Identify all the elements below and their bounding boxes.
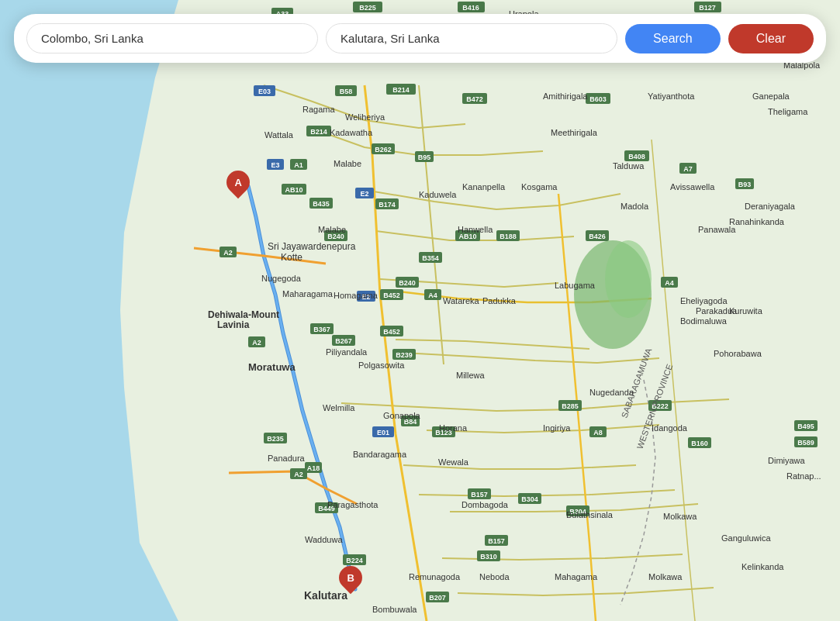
svg-text:B452: B452: [383, 292, 400, 299]
svg-text:Madola: Madola: [620, 202, 649, 211]
svg-text:Watareka: Watareka: [443, 296, 480, 305]
svg-text:Piliyandala: Piliyandala: [326, 347, 368, 357]
svg-text:E2: E2: [360, 190, 368, 198]
svg-text:Panawala: Panawala: [698, 225, 736, 234]
svg-text:B174: B174: [379, 201, 396, 209]
clear-button[interactable]: Clear: [728, 24, 814, 53]
svg-text:B472: B472: [466, 95, 483, 103]
svg-text:Moratuwa: Moratuwa: [248, 361, 296, 373]
svg-text:Polgasowita: Polgasowita: [358, 361, 405, 370]
svg-text:Bandaragama: Bandaragama: [353, 450, 407, 459]
svg-text:Nugegoda: Nugegoda: [261, 274, 302, 283]
svg-text:B93: B93: [738, 181, 752, 188]
svg-text:Dehiwala-Mount: Dehiwala-Mount: [208, 309, 279, 320]
svg-text:B267: B267: [335, 337, 352, 345]
svg-text:B224: B224: [346, 557, 363, 564]
svg-text:A2: A2: [252, 339, 261, 347]
marker-a-label: A: [234, 177, 241, 188]
svg-text:Neboda: Neboda: [479, 572, 510, 581]
svg-text:Malabe: Malabe: [318, 225, 346, 234]
svg-text:B426: B426: [589, 233, 606, 240]
svg-text:AB10: AB10: [285, 186, 302, 194]
svg-text:Sri Jayawardenepura: Sri Jayawardenepura: [268, 241, 356, 252]
svg-text:B95: B95: [418, 154, 431, 161]
svg-text:B262: B262: [375, 146, 392, 154]
svg-text:E01: E01: [377, 429, 389, 436]
svg-text:Kaduwela: Kaduwela: [419, 190, 457, 199]
svg-text:Malabe: Malabe: [334, 159, 361, 168]
svg-text:Kadawatha: Kadawatha: [330, 128, 373, 137]
svg-text:B416: B416: [462, 4, 479, 12]
svg-text:E3: E3: [271, 161, 279, 169]
svg-text:Ganepala: Ganepala: [752, 91, 790, 101]
svg-text:Meethirigala: Meethirigala: [551, 128, 598, 137]
svg-text:Parakadua: Parakadua: [696, 306, 738, 316]
svg-text:B589: B589: [797, 439, 814, 447]
svg-point-3: [605, 240, 652, 318]
svg-text:Talduwa: Talduwa: [613, 161, 645, 171]
svg-text:Deraniyagala: Deraniyagala: [745, 202, 796, 211]
svg-text:Paragasthota: Paragasthota: [327, 500, 379, 509]
svg-text:B214: B214: [310, 128, 327, 136]
svg-text:A2: A2: [223, 249, 233, 257]
svg-text:Padukka: Padukka: [482, 296, 517, 305]
svg-text:B435: B435: [313, 200, 330, 208]
svg-text:A18: A18: [307, 464, 320, 472]
svg-text:B495: B495: [797, 423, 814, 430]
svg-text:B310: B310: [480, 553, 497, 561]
search-bar: Search Clear: [14, 14, 826, 63]
svg-text:Kotte: Kotte: [281, 252, 302, 263]
search-button[interactable]: Search: [625, 24, 721, 53]
svg-text:B157: B157: [471, 491, 488, 499]
svg-text:B408: B408: [628, 153, 645, 160]
svg-text:Maharagama: Maharagama: [282, 289, 334, 298]
svg-text:A2: A2: [294, 471, 303, 478]
svg-text:B285: B285: [562, 402, 579, 410]
svg-text:Idangoda: Idangoda: [652, 423, 688, 433]
svg-text:Gonapola: Gonapola: [383, 411, 421, 420]
svg-text:A8: A8: [593, 429, 603, 436]
svg-text:Lavinia: Lavinia: [217, 319, 250, 330]
svg-text:Kananpella: Kananpella: [462, 182, 506, 191]
svg-text:Amithirigala: Amithirigala: [543, 91, 588, 101]
svg-text:Wattala: Wattala: [264, 130, 294, 140]
svg-text:Hanwella: Hanwella: [458, 225, 493, 234]
svg-text:Wewala: Wewala: [438, 457, 469, 467]
svg-text:Kalutara: Kalutara: [304, 589, 347, 602]
svg-text:Welmilla: Welmilla: [323, 403, 355, 412]
svg-text:A4: A4: [665, 279, 674, 287]
svg-text:B214: B214: [392, 86, 410, 94]
svg-text:Molkawa: Molkawa: [663, 512, 697, 521]
svg-text:A4: A4: [428, 292, 437, 299]
svg-text:Kelinkanda: Kelinkanda: [741, 562, 784, 571]
svg-text:B354: B354: [422, 254, 439, 262]
svg-text:Panadura: Panadura: [268, 454, 306, 463]
svg-text:B157: B157: [488, 537, 505, 545]
svg-text:Homagama: Homagama: [334, 291, 379, 300]
map-container: B214 B225 A33 B416 B127 E03 B58 B472 B60…: [0, 0, 840, 621]
svg-text:Pohorabawa: Pohorabawa: [714, 349, 762, 358]
origin-input[interactable]: [26, 23, 318, 53]
svg-text:Kosgama: Kosgama: [521, 182, 558, 191]
svg-text:Remunagoda: Remunagoda: [409, 572, 461, 581]
svg-text:Eheliyagoda: Eheliyagoda: [680, 296, 728, 305]
svg-text:B235: B235: [267, 435, 284, 443]
svg-text:Molkawa: Molkawa: [648, 572, 683, 581]
svg-text:Ratnap...: Ratnap...: [786, 471, 821, 481]
svg-text:Mahagama: Mahagama: [555, 572, 598, 581]
svg-text:E03: E03: [258, 88, 271, 95]
svg-text:B127: B127: [699, 4, 716, 12]
svg-text:B58: B58: [340, 88, 353, 95]
svg-text:Bombuwala: Bombuwala: [372, 605, 417, 614]
svg-text:Ragama: Ragama: [302, 105, 335, 114]
marker-a: A: [226, 171, 250, 194]
svg-text:Bulathsinala: Bulathsinala: [566, 510, 614, 519]
destination-input[interactable]: [326, 23, 617, 53]
svg-text:B603: B603: [589, 95, 607, 103]
marker-b: B: [339, 566, 362, 589]
marker-a-circle: A: [222, 166, 254, 198]
svg-text:A7: A7: [683, 165, 693, 173]
svg-text:Weliheriya: Weliheriya: [345, 112, 385, 122]
svg-text:Avissawella: Avissawella: [670, 182, 715, 191]
svg-text:Dombagoda: Dombagoda: [461, 500, 509, 509]
